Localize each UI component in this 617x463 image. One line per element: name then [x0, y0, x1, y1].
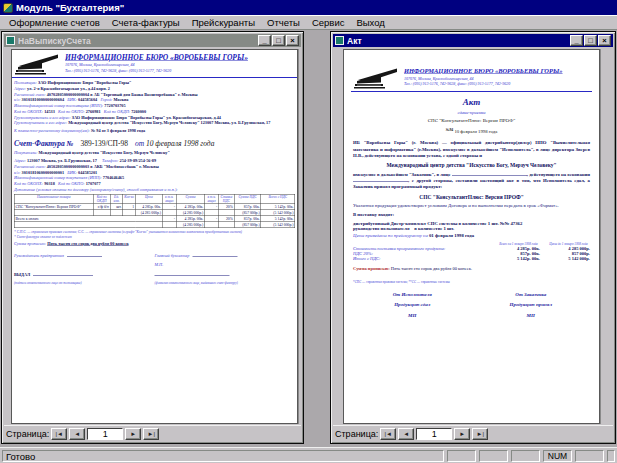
ks-value: 30101810000000000604 [22, 97, 65, 102]
address-value: ул. 2-я Краснобогатырская ул., д.44 корп… [27, 86, 110, 91]
company-address: 107076, Москва, Краснобогатырская, 44 [65, 63, 295, 68]
price-note-date: 01 февраля 1998 года [429, 233, 474, 238]
buyer-account-value: 40502805000000000003 в АКБ "Мосбизнесбан… [47, 164, 159, 169]
menu-schet-faktury[interactable]: Счета-фактуры [106, 16, 186, 29]
sign-right-mp: МП [472, 312, 591, 318]
buyer-okpo-label: Код по ОКПО: [58, 181, 85, 186]
document-icon [6, 36, 15, 45]
act-sum-words-value: Пять тысяч сто сорок два рубля 00 копеек… [391, 265, 472, 270]
buyer-okpo-value: 1707077 [86, 181, 101, 186]
terms-line: Дополнение (условия оплаты по договору (… [14, 187, 178, 192]
app-icon [3, 3, 13, 13]
invoice-from-label: от [135, 140, 144, 148]
buyer-value: Международный центр детства "Искусство Б… [38, 150, 169, 155]
okdp-value: 7260000 [131, 109, 146, 114]
delivery-item-1-number: №№ 47362 [500, 221, 523, 226]
act-sum-words-label: Сумма прописью: [353, 265, 390, 270]
price-summary: Всего на 1 января 1998 года Цены до 1 ян… [353, 242, 590, 261]
buyer-phone-value: 254-39-89/254-56-89 [120, 158, 157, 163]
act-product-top: СПС "КонсультантПлюс: Версия ПРОФ" [344, 118, 599, 124]
act-window-title: Акт [347, 36, 362, 46]
prev-page-button[interactable]: ◄ [69, 428, 85, 440]
act-number: №94 [446, 127, 454, 132]
invoice-preview-area: ИНФОРМАЦИОННОЕ БЮРО «ВОРОБЬЕВЫ ГОРЫ» 107… [4, 47, 301, 425]
act-product: СПС "КонсультантПлюс: Версия ПРОФ" [353, 194, 590, 200]
buyer-address-value: 123007 Москва, ул. Б.Грузинская, 17 [27, 158, 97, 163]
close-icon[interactable]: × [286, 35, 299, 46]
inn-value: 7720703705 [104, 103, 125, 108]
invoice-window: НаВыпискуСчета _ □ × [1, 31, 304, 444]
sign-right-role: Продукцию принял [472, 301, 591, 307]
menu-price-lists[interactable]: Прейскуранты [186, 16, 261, 29]
status-panel [479, 450, 508, 462]
minimize-icon[interactable]: _ [570, 35, 583, 46]
menu-exit[interactable]: Выход [350, 16, 390, 29]
page-number-input[interactable] [416, 428, 452, 440]
menu-reports[interactable]: Отчеты [261, 16, 306, 29]
document-icon [335, 36, 344, 45]
last-page-button[interactable]: ►| [143, 428, 159, 440]
act-footnote: *СПС — справочная правовая система; **СС… [353, 279, 590, 283]
last-page-button[interactable]: ►| [472, 428, 488, 440]
sign-left-mp: МП [353, 312, 472, 318]
bik-value: 044585604 [78, 97, 97, 102]
first-page-button[interactable]: |◄ [51, 428, 67, 440]
delivery-item-2: руководство пользователя [353, 226, 409, 231]
buyer-address-label: Адрес: [14, 158, 26, 163]
maximize-icon[interactable]: □ [584, 35, 597, 46]
buyer-ks-label: к/с: [14, 169, 20, 174]
act-page: ИНФОРМАЦИОННОЕ БЮРО «ВОРОБЬЕВЫ ГОРЫ» 107… [343, 49, 600, 424]
invoice-window-titlebar[interactable]: НаВыпискуСчета _ □ × [4, 34, 301, 47]
company-phones: Тел.: (095) 913-5176, 742-9628, факс: (0… [65, 68, 295, 73]
first-page-button[interactable]: |◄ [380, 428, 396, 440]
status-panel [447, 450, 476, 462]
buyer-ks-value: 30101810600000000001 [22, 169, 65, 174]
sign-head-label: Руководитель предприятия [14, 253, 64, 258]
paydoc-value: № 94 от 3 февраля 1998 года [91, 128, 145, 133]
paydoc-label: К платежно-расчетному документу(ам): [14, 128, 90, 133]
sign-right-title: От Заказчика [472, 291, 591, 297]
invoice-title-label: Счет-Фактура № [14, 140, 73, 149]
act-window: Акт _ □ × [330, 31, 616, 444]
company-logo [353, 67, 399, 89]
vydal-label: ВЫДАЛ [14, 271, 30, 276]
okpo-label: Код по ОКПО: [58, 109, 85, 114]
close-icon[interactable]: × [598, 35, 611, 46]
buyer-inn-value: 7704646465 [103, 175, 124, 180]
act-window-titlebar[interactable]: Акт _ □ × [333, 34, 613, 47]
act-paragraph-3: Указанная продукция удовлетворяет услови… [353, 203, 590, 209]
sign-left-role: Продукцию сдал [353, 301, 472, 307]
app-titlebar[interactable]: Модуль "Бухгалтерия" [0, 0, 617, 15]
minimize-icon[interactable]: _ [258, 35, 271, 46]
statusbar: Готово NUM [0, 447, 617, 463]
num-lock-indicator: NUM [543, 450, 572, 462]
table-row: СПС "КонсультантПлюс: Версия ПРОФ" с/ф б… [14, 204, 295, 210]
maximize-icon[interactable]: □ [272, 35, 285, 46]
invoice-document: ИНФОРМАЦИОННОЕ БЮРО «ВОРОБЬЕВЫ ГОРЫ» 107… [12, 50, 297, 286]
menu-service[interactable]: Сервис [306, 16, 351, 29]
next-page-button[interactable]: ► [125, 428, 141, 440]
company-logo [14, 53, 60, 75]
company-name: ИНФОРМАЦИОННОЕ БЮРО «ВОРОБЬЕВЫ ГОРЫ» [404, 67, 590, 75]
buyer-account-label: Расчетный счет: [14, 164, 46, 169]
buyer-okonh-value: 90318 [44, 181, 55, 186]
buyer-inn-label: Идентификационный номер покупателя (ИНН)… [14, 175, 102, 180]
okonh-value: 14533 [44, 109, 55, 114]
buyer-label: Покупатель: [14, 150, 37, 155]
act-paragraph-1: ИБ "Воробьевы Горы" (г. Москва) — официа… [353, 140, 590, 159]
mp-label: М.П. [155, 262, 164, 267]
prev-page-button[interactable]: ◄ [398, 428, 414, 440]
company-name: ИНФОРМАЦИОННОЕ БЮРО «ВОРОБЬЕВЫ ГОРЫ» [65, 53, 295, 62]
buyer-bik-value: 044585201 [78, 169, 97, 174]
act-party-2: Международный центр детства "Искусство Б… [353, 162, 590, 168]
address-label: Адрес: [14, 86, 26, 91]
next-page-button[interactable]: ► [454, 428, 470, 440]
menu-invoices[interactable]: Оформление счетов [3, 16, 106, 29]
act-signatures: От Исполнителя Продукцию сдал МП От Зака… [353, 286, 590, 318]
invoice-pagebar: Страница: |◄ ◄ ► ►| [4, 425, 301, 441]
price-note-label: Цены приведены по прейскуранту на [353, 233, 428, 238]
city-label: Город: [100, 97, 112, 102]
inn-label: Идентификационный номер поставщика (ИНН)… [14, 103, 103, 108]
act-paragraph-2: именуемое в дальнейшем "Заказчик", в лиц… [353, 171, 590, 190]
page-number-input[interactable] [87, 428, 123, 440]
